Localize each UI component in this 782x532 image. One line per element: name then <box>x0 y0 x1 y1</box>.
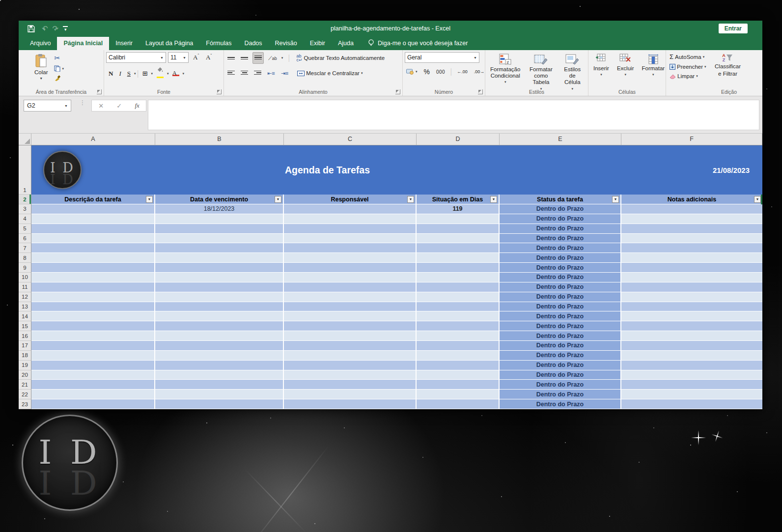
filter-dropdown-icon[interactable]: ▼ <box>146 196 153 203</box>
cell-notes[interactable] <box>621 204 762 214</box>
cell-days[interactable] <box>417 282 500 292</box>
cell-status[interactable]: Dentro do Prazo <box>500 234 621 244</box>
format-as-table-button[interactable]: Formatar como Tabela▾ <box>524 52 558 92</box>
cell-due[interactable] <box>155 302 284 312</box>
cell-status[interactable]: Dentro do Prazo <box>500 331 621 341</box>
cell-days[interactable] <box>417 361 500 370</box>
row-number-14[interactable]: 14 <box>19 311 31 321</box>
cell-due[interactable] <box>155 341 284 351</box>
cell-desc[interactable] <box>31 321 155 331</box>
filter-dropdown-icon[interactable]: ▼ <box>275 196 281 203</box>
enter-icon[interactable]: ✓ <box>116 102 122 110</box>
header-cell[interactable]: Situação em Dias▼ <box>417 195 500 204</box>
undo-icon[interactable]: ↶▾ <box>42 24 46 33</box>
align-middle-icon[interactable] <box>239 53 250 63</box>
cell-desc[interactable] <box>31 311 155 321</box>
cut-icon[interactable]: ✂ <box>53 53 65 63</box>
autosum-button[interactable]: Σ AutoSoma ▾ <box>668 52 708 61</box>
filter-dropdown-icon[interactable]: ▼ <box>754 196 761 203</box>
cell-days[interactable] <box>417 399 500 409</box>
format-cells-button[interactable]: Formatar▾ <box>639 52 668 78</box>
dialog-launcher-icon[interactable] <box>217 89 222 94</box>
decrease-decimal-icon[interactable]: .00→ <box>473 68 486 75</box>
column-header-E[interactable]: E <box>500 134 621 145</box>
cell-resp[interactable] <box>284 234 417 244</box>
cell-desc[interactable] <box>31 234 155 244</box>
cell-notes[interactable] <box>621 331 762 341</box>
cell-due[interactable] <box>155 311 284 321</box>
cell-desc[interactable] <box>31 390 155 399</box>
cell-due[interactable] <box>155 292 284 302</box>
column-header-A[interactable]: A <box>31 134 155 145</box>
cell-days[interactable] <box>417 224 500 234</box>
cell-due[interactable] <box>155 263 284 273</box>
row-number-17[interactable]: 17 <box>19 341 31 351</box>
cell-desc[interactable] <box>31 253 155 263</box>
save-icon[interactable] <box>28 25 35 32</box>
column-header-D[interactable]: D <box>417 134 500 145</box>
cell-resp[interactable] <box>284 214 417 224</box>
orientation-icon[interactable]: ⟋ab <box>267 54 279 62</box>
cell-resp[interactable] <box>284 370 417 380</box>
cell-due[interactable] <box>155 370 284 380</box>
row-number-22[interactable]: 22 <box>19 390 31 399</box>
cell-desc[interactable] <box>31 380 155 390</box>
cell-status[interactable]: Dentro do Prazo <box>500 399 621 409</box>
cell-days[interactable] <box>417 273 500 282</box>
cell-days[interactable] <box>417 253 500 263</box>
sign-in-button[interactable]: Entrar <box>719 24 748 33</box>
cell-notes[interactable] <box>621 390 762 399</box>
merge-center-button[interactable]: Mesclar e Centralizar▾ <box>296 69 364 77</box>
cell-due[interactable] <box>155 361 284 370</box>
cell-styles-button[interactable]: Estilos de Célula▾ <box>559 52 586 92</box>
name-box[interactable]: G2 ▼ <box>24 100 71 112</box>
thousands-icon[interactable]: 000 <box>435 68 447 76</box>
cell-status[interactable]: Dentro do Prazo <box>500 282 621 292</box>
row-number-3[interactable]: 3 <box>19 204 31 214</box>
tab-arquivo[interactable]: Arquivo <box>24 37 57 50</box>
cell-desc[interactable] <box>31 399 155 409</box>
align-center-icon[interactable] <box>239 68 250 79</box>
cell-notes[interactable] <box>621 361 762 370</box>
cell-due[interactable]: 18/12/2023 <box>155 204 284 214</box>
cell-resp[interactable] <box>284 331 417 341</box>
select-all-corner[interactable] <box>19 134 31 145</box>
cell-resp[interactable] <box>284 273 417 282</box>
cell-desc[interactable] <box>31 282 155 292</box>
cancel-icon[interactable]: ✕ <box>98 102 104 110</box>
cell-due[interactable] <box>155 321 284 331</box>
cell-resp[interactable] <box>284 399 417 409</box>
delete-cells-button[interactable]: Excluir▾ <box>614 52 637 78</box>
insert-cells-button[interactable]: Inserir▾ <box>590 52 612 78</box>
align-left-icon[interactable] <box>226 68 236 79</box>
tell-me-box[interactable]: Diga-me o que você deseja fazer <box>363 36 473 50</box>
copy-icon[interactable]: ▾ <box>53 64 65 73</box>
cell-desc[interactable] <box>31 351 155 361</box>
cell-resp[interactable] <box>284 253 417 263</box>
column-header-F[interactable]: F <box>621 134 762 145</box>
dialog-launcher-icon[interactable] <box>395 89 400 94</box>
cell-days[interactable] <box>417 292 500 302</box>
row-number-1[interactable]: 1 <box>19 145 31 195</box>
cell-resp[interactable] <box>284 204 417 214</box>
tab-dados[interactable]: Dados <box>238 37 268 50</box>
align-top-icon[interactable] <box>226 53 236 63</box>
increase-font-icon[interactable]: Aˆ <box>191 53 201 62</box>
cell-resp[interactable] <box>284 321 417 331</box>
row-number-10[interactable]: 10 <box>19 273 31 282</box>
cell-due[interactable] <box>155 234 284 244</box>
cell-due[interactable] <box>155 224 284 234</box>
header-cell[interactable]: Responsável▼ <box>284 195 417 204</box>
cell-desc[interactable] <box>31 224 155 234</box>
cell-days[interactable] <box>417 351 500 361</box>
cell-status[interactable]: Dentro do Prazo <box>500 302 621 312</box>
font-color-dropdown[interactable]: ▾ <box>183 72 185 76</box>
filter-dropdown-icon[interactable]: ▼ <box>407 196 414 203</box>
cell-desc[interactable] <box>31 214 155 224</box>
dialog-launcher-icon[interactable] <box>97 89 102 94</box>
row-number-4[interactable]: 4 <box>19 214 31 224</box>
header-cell[interactable]: Status da tarefa▼ <box>500 195 621 204</box>
cell-due[interactable] <box>155 399 284 409</box>
cell-status[interactable]: Dentro do Prazo <box>500 390 621 399</box>
align-right-icon[interactable] <box>252 68 263 79</box>
